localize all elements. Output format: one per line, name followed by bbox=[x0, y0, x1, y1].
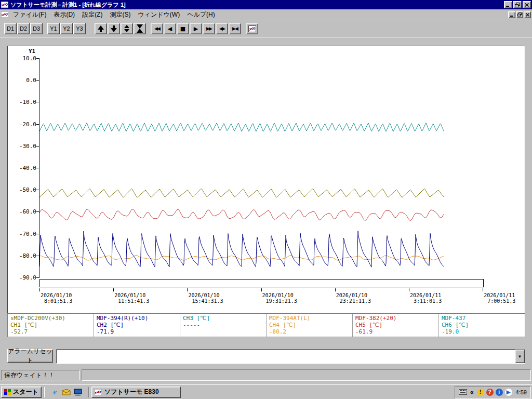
mdi-close-button[interactable] bbox=[524, 11, 531, 18]
shrink-span-icon: ▶◀ bbox=[232, 26, 237, 31]
play-icon[interactable]: ▶ bbox=[505, 389, 512, 396]
legend-ch3-channel: CH3 [℃] bbox=[183, 315, 263, 322]
legend-ch2-channel: CH2 [℃] bbox=[97, 322, 177, 328]
mdi-child-icon[interactable] bbox=[1, 11, 8, 18]
legend-ch4-value: -80.2 bbox=[269, 328, 350, 335]
toolbar-y3-button[interactable]: Y3 bbox=[73, 23, 86, 34]
app-window: ソフトサーモ計測－計測1 - [折れ線グラフ 1] ファイル(F) 表示(D) … bbox=[0, 0, 532, 399]
y-tick-label: -60.0 bbox=[8, 208, 36, 215]
legend-ch2-name: MDF-394(R)(+10) bbox=[97, 315, 177, 322]
legend-ch1: sMDF-DC200V(+30) CH1 [℃] -52.7 bbox=[8, 314, 94, 337]
start-button-label: スタート bbox=[13, 388, 38, 396]
fit-vertical-button[interactable] bbox=[121, 23, 133, 34]
help-icon[interactable]: ? bbox=[486, 389, 494, 396]
y-tick-label: -50.0 bbox=[8, 187, 36, 193]
close-button[interactable] bbox=[523, 1, 531, 8]
task-button-label: ソフトサーモ E830 bbox=[104, 388, 159, 396]
mdi-minimize-button[interactable] bbox=[508, 11, 515, 18]
taskbar-divider bbox=[88, 387, 89, 397]
scroll-up-button[interactable] bbox=[95, 23, 107, 34]
taskbar: スタート e ソフトサーモ E830 « ! ? i bbox=[0, 384, 532, 399]
y-tick-label: -20.0 bbox=[8, 121, 36, 128]
x-tick-label: 2026/01/108:01:51.3 bbox=[41, 292, 72, 304]
rewind-icon: ◀◀ bbox=[154, 26, 159, 31]
toolbar-d1-button[interactable]: D1 bbox=[4, 23, 17, 34]
menu-window[interactable]: ウィンドウ(W) bbox=[134, 9, 183, 20]
up-arrow-icon bbox=[98, 25, 104, 32]
legend-ch2: MDF-394(R)(+10) CH2 [℃] -71.9 bbox=[94, 314, 180, 337]
windows-logo-icon bbox=[4, 389, 11, 395]
up-down-arrow-icon bbox=[124, 25, 129, 32]
legend-ch6-value: -19.0 bbox=[442, 328, 522, 335]
taskbar-clock: 4:59 bbox=[516, 389, 527, 395]
fast-forward-button[interactable]: ▶▶ bbox=[203, 23, 215, 34]
time-range-box[interactable] bbox=[39, 279, 484, 287]
y-tick-label: -10.0 bbox=[8, 99, 36, 105]
mail-icon[interactable] bbox=[62, 388, 71, 397]
toolbar-d3-button[interactable]: D3 bbox=[30, 23, 43, 34]
y-tick-label: 10.0 bbox=[8, 55, 36, 62]
alarm-reset-button[interactable]: アラームリセット bbox=[7, 349, 53, 363]
legend-ch3-value: ----- bbox=[183, 322, 263, 328]
step-forward-icon: ▶ bbox=[194, 25, 198, 32]
hourglass-icon bbox=[137, 24, 143, 33]
keyboard-icon[interactable] bbox=[459, 389, 467, 395]
menu-settings[interactable]: 設定(Z) bbox=[78, 9, 106, 20]
app-icon bbox=[1, 2, 8, 8]
task-button-softthermo[interactable]: ソフトサーモ E830 bbox=[91, 387, 181, 398]
ie-icon[interactable]: e bbox=[50, 388, 60, 397]
toolbar: D1 D2 D3 Y1 Y2 Y3 ◀◀ ◀ ■ ▶ ▶▶ ◀▶ ▶◀ bbox=[0, 20, 532, 37]
system-tray: « ! ? i ▶ 4:59 bbox=[455, 386, 531, 398]
toolbar-y1-button[interactable]: Y1 bbox=[47, 23, 60, 34]
menu-help[interactable]: ヘルプ(H) bbox=[183, 9, 219, 20]
status-bar: 保存ウェイト！！ bbox=[0, 368, 532, 382]
expand-span-button[interactable]: ◀▶ bbox=[216, 23, 228, 34]
warning-icon[interactable]: ! bbox=[477, 389, 484, 396]
y-tick-label: -70.0 bbox=[8, 231, 36, 237]
legend-ch2-value: -71.9 bbox=[97, 328, 177, 335]
wait-button[interactable] bbox=[134, 23, 146, 34]
alarm-combobox[interactable]: ▼ bbox=[56, 349, 525, 364]
restore-button[interactable] bbox=[513, 1, 522, 8]
stop-button[interactable]: ■ bbox=[177, 23, 189, 34]
task-icon bbox=[95, 389, 102, 395]
down-arrow-icon bbox=[111, 25, 117, 32]
rewind-button[interactable]: ◀◀ bbox=[151, 23, 163, 34]
x-tick-label: 2026/01/1015:41:31.3 bbox=[188, 292, 223, 304]
alarm-combobox-value[interactable] bbox=[57, 350, 515, 363]
info-icon[interactable]: i bbox=[496, 389, 503, 396]
legend-ch5: MDF-382(+20) CH5 [℃] -61.9 bbox=[353, 314, 439, 337]
start-button[interactable]: スタート bbox=[1, 387, 42, 398]
mdi-restore-button[interactable] bbox=[516, 11, 523, 18]
taskbar-divider bbox=[44, 387, 45, 397]
graph-view-button[interactable] bbox=[246, 23, 258, 34]
quick-launch: e bbox=[50, 388, 83, 397]
legend-ch5-name: MDF-382(+20) bbox=[355, 315, 436, 322]
y-tick-label: 0.0 bbox=[8, 77, 36, 84]
legend-ch6: MDF-437 CH6 [℃] -19.0 bbox=[439, 314, 525, 337]
legend-ch1-name: sMDF-DC200V(+30) bbox=[10, 315, 91, 322]
x-tick-label: 2026/01/113:11:01.3 bbox=[410, 292, 442, 304]
status-text: 保存ウェイト！！ bbox=[4, 371, 55, 380]
legend-ch4-channel: CH4 [℃] bbox=[269, 322, 350, 328]
channel-legend: sMDF-DC200V(+30) CH1 [℃] -52.7 MDF-394(R… bbox=[7, 313, 525, 337]
minimize-button[interactable] bbox=[504, 1, 512, 8]
toolbar-y2-button[interactable]: Y2 bbox=[60, 23, 73, 34]
legend-ch1-value: -52.7 bbox=[10, 328, 91, 335]
step-forward-button[interactable]: ▶ bbox=[190, 23, 202, 34]
scroll-down-button[interactable] bbox=[108, 23, 120, 34]
tray-collapse-chevron[interactable]: « bbox=[469, 389, 475, 396]
menu-view[interactable]: 表示(D) bbox=[50, 9, 78, 20]
combobox-dropdown-button[interactable]: ▼ bbox=[515, 350, 525, 363]
window-title: ソフトサーモ計測－計測1 - [折れ線グラフ 1] bbox=[10, 1, 503, 9]
desktop-icon[interactable] bbox=[73, 388, 83, 397]
shrink-span-button[interactable]: ▶◀ bbox=[229, 23, 241, 34]
y-tick-label: -30.0 bbox=[8, 143, 36, 150]
toolbar-d2-button[interactable]: D2 bbox=[17, 23, 30, 34]
menu-measure[interactable]: 測定(S) bbox=[106, 9, 134, 20]
menu-file[interactable]: ファイル(F) bbox=[9, 9, 50, 20]
status-message-panel: 保存ウェイト！！ bbox=[1, 370, 80, 380]
legend-ch3: CH3 [℃] ----- bbox=[180, 314, 267, 337]
step-back-button[interactable]: ◀ bbox=[164, 23, 176, 34]
graph-icon bbox=[248, 25, 256, 32]
